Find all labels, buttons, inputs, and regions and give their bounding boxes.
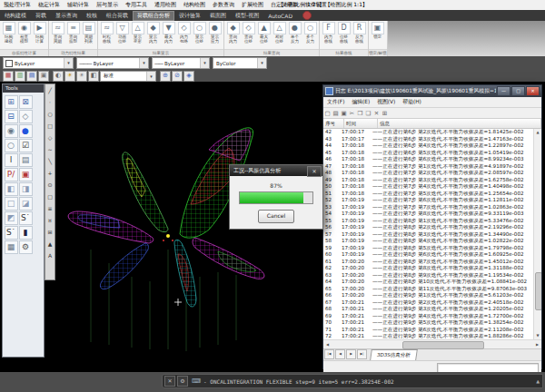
log-menu-item[interactable]: 帮助(H)	[399, 98, 424, 106]
ribbon-button[interactable]: ◇ 内力 包络	[177, 22, 192, 49]
module-tab[interactable]: 截面图	[205, 11, 231, 21]
tab-nav-button[interactable]: ▶	[346, 349, 356, 359]
log-row[interactable]: 57 17:00:19 ——正在进行第8步 第3次迭代,不平衡力收敛误差=1.3…	[323, 231, 541, 239]
draw-tool-icon[interactable]: ¤	[48, 214, 52, 226]
tool-palette-icon[interactable]: ▣	[19, 168, 33, 181]
toolbar-icon-button[interactable]: ⊕	[160, 71, 171, 82]
ribbon-button[interactable]: △ 显示 变形	[131, 22, 145, 49]
ribbon-button[interactable]: R 反力 曲线	[352, 22, 367, 49]
draw-tool-icon[interactable]: ·	[49, 96, 51, 108]
tool-palette-icon[interactable]: ▦	[5, 240, 18, 254]
scroll-left-icon[interactable]: ◀	[323, 342, 332, 347]
log-toolbar-icon[interactable]: ▢	[323, 110, 332, 117]
log-row[interactable]: 66 17:00:20 ——正在进行第9步 第1次迭代,不平衡力收敛误差=5.6…	[323, 292, 541, 299]
log-tab[interactable]: 3D3S仿真分析	[370, 349, 417, 360]
tool-palette-icon[interactable]: ◪	[19, 197, 33, 211]
linetype-combo[interactable]: ——— ByLayer ▾	[76, 57, 149, 69]
tab-nav-button[interactable]: |◀	[324, 349, 334, 359]
tool-palette-icon[interactable]: ◨	[19, 182, 33, 196]
tab-nav-button[interactable]: ◀	[335, 349, 345, 359]
log-toolbar-icon[interactable]: ▣	[340, 110, 348, 117]
draw-tool-icon[interactable]: ◇	[48, 132, 53, 143]
tool-palette-icon[interactable]: ◩	[5, 211, 18, 225]
log-row[interactable]: 42 17:00:17 ——正在进行第6步 第2次迭代,不平衡力收敛误差=1.8…	[323, 129, 541, 136]
toolbar-icon-button[interactable]: ▦	[3, 71, 14, 82]
module-tab[interactable]: AutoCAD	[263, 12, 297, 20]
log-menu-item[interactable]: 视图(V)	[373, 98, 399, 106]
ribbon-button[interactable]: D 位移 曲线	[337, 22, 352, 49]
ribbon-button[interactable]: ▤ 周期 列表	[82, 22, 96, 49]
log-toolbar-icon[interactable]: ⊞	[381, 110, 389, 117]
ribbon-button[interactable]: ▼ 最大 内力	[162, 22, 176, 49]
app-orb-icon[interactable]	[302, 11, 312, 20]
ribbon-button[interactable]: ▽ 动画 位移	[115, 22, 130, 49]
log-row[interactable]: 55 17:00:19 ——正在进行第8步 第1次迭代,不平衡力收敛误差=5.3…	[323, 218, 541, 225]
close-button[interactable]: ✕	[526, 86, 540, 96]
log-row[interactable]: 69 17:00:21 ——正在进行第9步 第4次迭代,不平衡力收敛误差=1.7…	[323, 313, 541, 320]
toolbar-icon-button[interactable]: ◧	[88, 71, 99, 82]
module-tab[interactable]: 校核	[82, 11, 102, 21]
ribbon-button[interactable]: ◆ 显示 内力	[146, 22, 161, 49]
scrollbar-thumb[interactable]	[402, 341, 485, 349]
module-tab[interactable]: 结构建模	[0, 11, 31, 21]
ribbon-button[interactable]: ○ 多个 反力	[303, 22, 318, 49]
menu-item[interactable]: 扩展绘图	[238, 1, 267, 9]
draw-tool-icon[interactable]: +	[47, 167, 52, 179]
command-line[interactable]: ✕ ⚙ ⌨ - ONCALINTEGRATION_FLEXIBLE step=9…	[162, 374, 543, 388]
log-row[interactable]: 58 17:00:19 ——正在进行第8步 第4次迭代,不平衡力收敛误差=1.0…	[323, 238, 541, 245]
menu-item[interactable]: 参数查询	[209, 1, 238, 9]
tool-palette-icon[interactable]: □	[5, 197, 18, 211]
log-toolbar-icon[interactable]: ❏	[364, 110, 372, 117]
ribbon-button[interactable]: ▣ 锁定	[371, 22, 385, 49]
log-menu-item[interactable]: 文件(F)	[323, 98, 348, 106]
module-tab[interactable]: 组合荷载	[102, 11, 133, 21]
log-row[interactable]: 62 17:00:20 ——正在进行第8步 第8次迭代,不平衡力收敛误差=1.3…	[323, 265, 541, 272]
log-row[interactable]: 56 17:00:19 ——正在进行第8步 第2次迭代,不平衡力收敛误差=2.1…	[323, 224, 541, 231]
log-window-titlebar[interactable]: 日志 E:\2013项目\建筑\190601重风试验_风振\190601重风模拟…	[323, 85, 541, 97]
tool-palette-icon[interactable]: ⚙	[19, 240, 33, 254]
tool-palette-icon[interactable]: ◉	[5, 124, 18, 138]
log-row[interactable]: 47 17:00:18 ——正在进行第7步 第1次迭代,不平衡力收敛误差=4.9…	[323, 163, 541, 171]
draw-tool-icon[interactable]: ⊙	[47, 179, 52, 191]
log-row[interactable]: 59 17:00:19 ——正在进行第8步 第5次迭代,不平衡力收敛误差=1.7…	[323, 245, 541, 252]
draw-tool-icon[interactable]: ~	[47, 143, 52, 155]
ribbon-button[interactable]: ≈ 时程 曲线	[100, 22, 114, 49]
color-combo[interactable]: ByLayer ▾	[3, 57, 74, 69]
log-row[interactable]: 48 17:00:18 ——正在进行第7步 第2次迭代,不平衡力收敛误差=2.0…	[323, 170, 541, 177]
tool-palette-icon[interactable]: I	[5, 153, 18, 167]
log-row[interactable]: 45 17:00:18 ——正在进行第6步 第5次迭代,不平衡力收敛误差=1.0…	[323, 150, 541, 157]
ribbon-button[interactable]: ≡ 查询 振型	[66, 22, 81, 49]
log-toolbar-icon[interactable]: ▤	[332, 110, 340, 117]
log-row[interactable]: 65 17:00:20 ——正在进行第8步 第11次迭代,不平衡力收敛误差=9.…	[323, 286, 541, 293]
menu-item[interactable]: 稳定计算	[35, 1, 64, 9]
toolbar-icon-button[interactable]: ☀	[64, 71, 75, 82]
draw-tool-icon[interactable]: □	[47, 120, 53, 132]
log-toolbar-icon[interactable]: ✂	[348, 110, 356, 117]
toolbar-icon-button[interactable]: ▥	[15, 71, 25, 82]
progress-dialog-titlebar[interactable]: 工况--风振仿真分析 ✕	[230, 165, 322, 176]
horizontal-scrollbar[interactable]: ◀ ▶	[323, 339, 541, 348]
layer-combo[interactable]: 标准 ▾	[100, 71, 156, 82]
menu-item[interactable]: 通用绘图	[151, 1, 180, 9]
draw-tool-icon[interactable]: ≡	[47, 202, 52, 214]
ribbon-button[interactable]: ▦ 结构 建模	[2, 22, 16, 49]
lineweight-combo[interactable]: —— ByLayer ▾	[152, 57, 210, 69]
log-toolbar-icon[interactable]: ✕	[372, 110, 381, 117]
tool-palette-icon[interactable]: ▮	[19, 226, 33, 240]
draw-tool-icon[interactable]: ╱	[48, 84, 52, 96]
vertical-scrollbar[interactable]: ▲ ▼	[533, 129, 541, 339]
log-row[interactable]: 53 17:00:19 ——正在进行第7步 第7次迭代,不平衡力收敛误差=1.0…	[323, 204, 541, 211]
log-row[interactable]: 43 17:00:17 ——正在进行第6步 第3次迭代,不平衡力收敛误差=1.4…	[323, 136, 541, 143]
draw-tool-icon[interactable]: ╲	[48, 155, 52, 167]
log-row[interactable]: 63 17:00:20 ——正在进行第8步 第9次迭代,不平衡力收敛误差=1.1…	[323, 272, 541, 279]
cancel-button[interactable]: Cancel	[258, 210, 294, 223]
log-row[interactable]: 51 17:00:18 ——正在进行第7步 第5次迭代,不平衡力收敛误差=1.2…	[323, 191, 541, 198]
tool-palette-icon[interactable]: S˙	[19, 211, 33, 225]
toolbar-icon-button[interactable]: ⊘	[172, 71, 183, 82]
close-icon[interactable]: ✕	[164, 376, 175, 387]
module-tab[interactable]: 模型-视图	[231, 11, 263, 21]
log-row[interactable]: 54 17:00:19 ——正在进行第7步 第8次迭代,不平衡力收敛误差=9.3…	[323, 211, 541, 218]
menu-item[interactable]: 辅助计算	[64, 1, 93, 9]
tool-palette-icon[interactable]: ◇	[19, 110, 33, 123]
menu-item[interactable]: 预处理计算	[0, 1, 35, 9]
